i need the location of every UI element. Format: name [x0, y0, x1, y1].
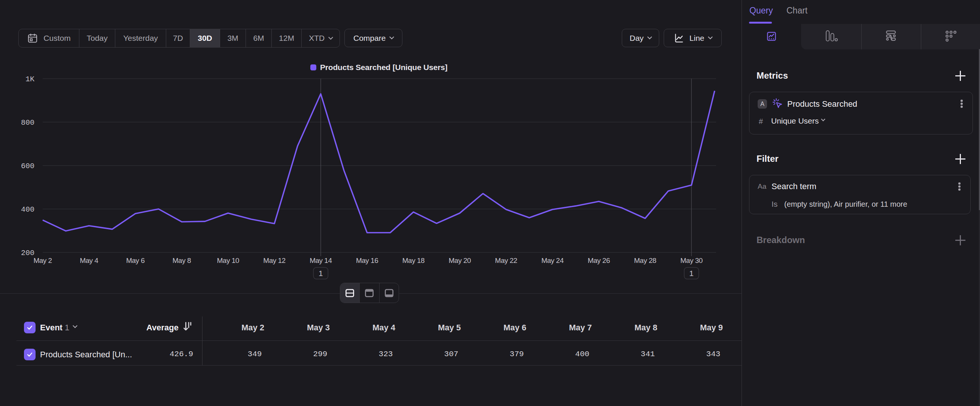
- svg-text:1: 1: [318, 269, 323, 277]
- svg-text:400: 400: [21, 205, 35, 214]
- svg-text:May 8: May 8: [173, 256, 191, 264]
- svg-text:May 6: May 6: [126, 256, 145, 264]
- svg-text:800: 800: [21, 118, 35, 127]
- svg-text:1: 1: [689, 269, 694, 277]
- svg-text:1K: 1K: [25, 75, 35, 84]
- svg-text:May 10: May 10: [217, 256, 239, 264]
- svg-text:May 22: May 22: [495, 256, 517, 264]
- svg-text:600: 600: [21, 162, 35, 170]
- svg-text:May 14: May 14: [310, 256, 332, 264]
- svg-text:May 26: May 26: [588, 256, 610, 264]
- svg-text:May 30: May 30: [681, 256, 703, 264]
- svg-text:May 4: May 4: [80, 256, 99, 264]
- svg-text:May 20: May 20: [449, 256, 471, 264]
- svg-text:May 16: May 16: [356, 256, 378, 264]
- svg-text:200: 200: [21, 249, 35, 257]
- svg-text:May 12: May 12: [263, 256, 285, 264]
- svg-text:May 28: May 28: [634, 256, 656, 264]
- svg-text:May 2: May 2: [33, 256, 52, 264]
- svg-text:May 24: May 24: [541, 256, 564, 264]
- svg-text:May 18: May 18: [402, 256, 425, 264]
